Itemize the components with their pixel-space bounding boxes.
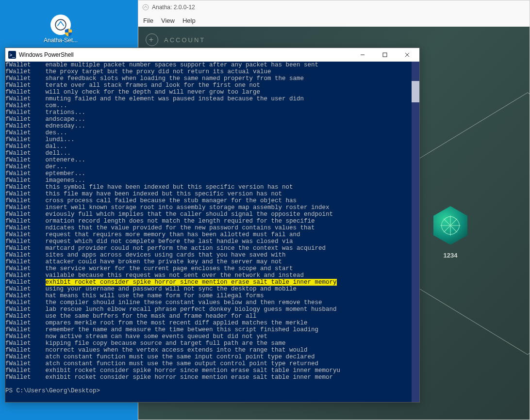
plus-icon: + xyxy=(146,33,158,46)
console-line: fWallet com... xyxy=(5,102,414,109)
console-line: fWallet atch constant function must use … xyxy=(5,360,414,367)
console-line: fWallet this symbol file have been index… xyxy=(5,184,414,191)
maximize-button[interactable] xyxy=(374,48,396,62)
console-line: fWallet nmuting failed and the element w… xyxy=(5,96,414,102)
anatha-logo-icon xyxy=(142,4,149,11)
desktop-shortcut-label: Anatha-Set... xyxy=(44,37,78,44)
console-line: fWallet lundi... xyxy=(5,136,414,143)
powershell-icon: >_ xyxy=(8,51,16,59)
console-line: fWallet kipping file copy because source… xyxy=(5,340,414,347)
console-line: fWallet ontenere... xyxy=(5,157,414,163)
console-line: fWallet exhibit rocket consider spike ho… xyxy=(5,279,414,286)
console-line: fWallet request that requires more memor… xyxy=(5,231,414,238)
menu-view[interactable]: View xyxy=(161,17,175,24)
scrollbar-thumb[interactable] xyxy=(412,81,419,102)
hex-outline-decoration xyxy=(411,88,530,359)
console-line: fWallet ompares merkle root from the mos… xyxy=(5,320,414,326)
console-line: fWallet lab rescue lunch elbow recall ph… xyxy=(5,306,414,313)
console-line: fWallet des... xyxy=(5,129,414,136)
console-line: fWallet ndicates that the value provided… xyxy=(5,225,414,231)
console-line: fWallet request which did not complete b… xyxy=(5,238,414,245)
menu-file[interactable]: File xyxy=(143,17,153,24)
scrollbar[interactable] xyxy=(412,62,419,402)
powershell-title-text: Windows PowerShell xyxy=(19,51,74,58)
console-line: fWallet eptember... xyxy=(5,170,414,177)
wallet-hex-icon xyxy=(433,206,467,245)
add-account-button[interactable]: + ACCOUNT xyxy=(146,33,205,46)
console-line: fWallet dell... xyxy=(5,150,414,157)
console-output: fWallet enable multiple packet number sp… xyxy=(5,62,419,381)
menu-help[interactable]: Help xyxy=(182,17,196,24)
powershell-body[interactable]: fWallet enable multiple packet number sp… xyxy=(5,62,419,402)
console-line: fWallet cross process call failed becaus… xyxy=(5,197,414,204)
console-line: fWallet atch constant function must use … xyxy=(5,354,414,360)
console-line: fWallet vailable because this request wa… xyxy=(5,272,414,279)
console-line: fWallet now active stream can have some … xyxy=(5,333,414,340)
console-line: fWallet andscape... xyxy=(5,116,414,123)
console-line: fWallet ednesday... xyxy=(5,123,414,129)
desktop-shortcut[interactable]: Anatha-Set... xyxy=(42,15,80,44)
console-line: fWallet hat means this will use the name… xyxy=(5,292,414,299)
powershell-window: >_ Windows PowerShell fWallet enable mul… xyxy=(5,48,420,403)
console-line: fWallet ormation record length does not … xyxy=(5,218,414,225)
console-line: fWallet exhibit rocket consider spike ho… xyxy=(5,374,414,381)
console-line: fWallet der... xyxy=(5,163,414,170)
console-line: fWallet trations... xyxy=(5,109,414,116)
anatha-title-text: Anatha: 2.0.0-12 xyxy=(152,4,195,11)
console-line: fWallet using your username and password… xyxy=(5,286,414,292)
console-line: fWallet share feedback slots when loadin… xyxy=(5,75,414,82)
console-line: fWallet martcard provider could not perf… xyxy=(5,245,414,252)
anatha-menubar: File View Help xyxy=(138,14,530,27)
console-line: fWallet insert well known storage root i… xyxy=(5,204,414,211)
console-line: fWallet dal... xyxy=(5,143,414,150)
console-prompt[interactable]: PS C:\Users\Georg\Desktop> xyxy=(5,388,419,394)
wallet-label: 1234 xyxy=(444,252,458,259)
svg-point-1 xyxy=(143,4,149,10)
console-line: fWallet exhibit rocket consider spike ho… xyxy=(5,367,414,374)
console-line: fWallet terate over all stack frames and… xyxy=(5,82,414,89)
anatha-titlebar[interactable]: Anatha: 2.0.0-12 xyxy=(138,0,530,14)
console-line: fWallet the proxy target but the proxy d… xyxy=(5,68,414,75)
console-line: fWallet ncorrect values when the vertex … xyxy=(5,347,414,354)
console-line: fWallet the compiler should inline these… xyxy=(5,299,414,306)
console-line: fWallet attacker could have broken the p… xyxy=(5,258,414,265)
minimize-button[interactable] xyxy=(351,48,374,62)
console-line: fWallet use the same buffers for the mas… xyxy=(5,313,414,320)
close-button[interactable] xyxy=(396,48,418,62)
window-controls xyxy=(351,48,418,62)
uac-shield-icon xyxy=(64,28,73,37)
installer-icon xyxy=(50,15,71,35)
account-button-label: ACCOUNT xyxy=(164,36,205,44)
console-line: fWallet imagenes... xyxy=(5,177,414,184)
console-line: fWallet enable multiple packet number sp… xyxy=(5,62,414,68)
console-line: fWallet remember the name and measure th… xyxy=(5,326,414,333)
console-line: fWallet eviously full which implies that… xyxy=(5,211,414,218)
console-line: fWallet the service worker for the curre… xyxy=(5,265,414,272)
console-line: fWallet will only check for the depth an… xyxy=(5,89,414,96)
console-line: fWallet this file may have been indexed … xyxy=(5,191,414,197)
svg-rect-4 xyxy=(383,53,387,57)
powershell-titlebar[interactable]: >_ Windows PowerShell xyxy=(5,48,419,62)
console-line: fWallet sites and apps across devices us… xyxy=(5,252,414,258)
wallet-item[interactable]: 1234 xyxy=(433,206,467,259)
